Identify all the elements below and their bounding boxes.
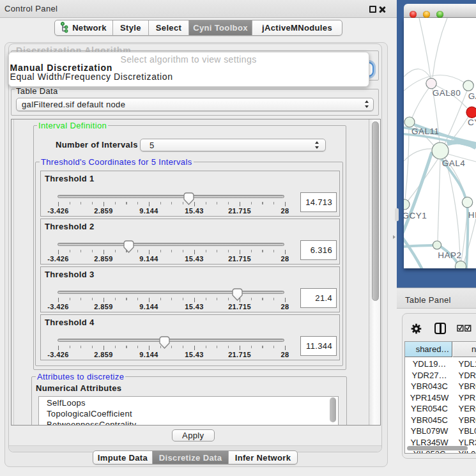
svg-text:HI: HI — [468, 210, 476, 220]
svg-text:GAL11: GAL11 — [411, 127, 440, 136]
svg-text:GAL80: GAL80 — [433, 88, 461, 98]
svg-text:GA: GA — [468, 91, 476, 101]
svg-text:GCY1: GCY1 — [404, 211, 427, 220]
svg-text:CY: CY — [468, 118, 476, 127]
svg-text:GAL4: GAL4 — [442, 158, 466, 168]
svg-text:HAP2: HAP2 — [438, 250, 461, 260]
